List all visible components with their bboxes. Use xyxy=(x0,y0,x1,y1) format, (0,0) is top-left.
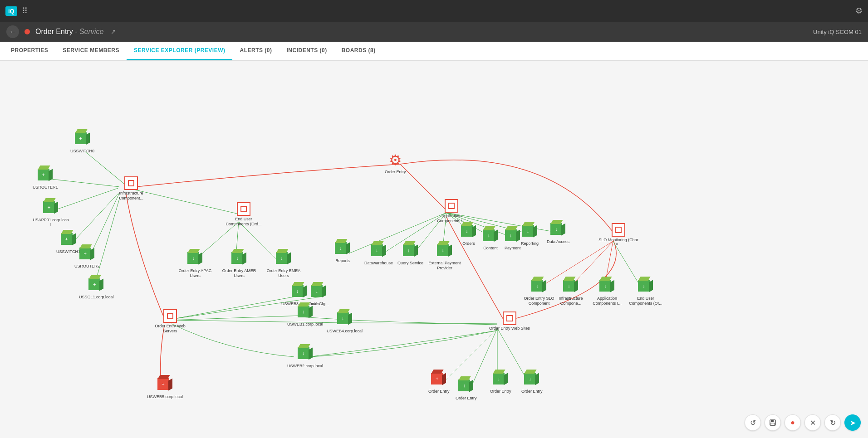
node-usweb4[interactable]: ↓ USWEB4.corp.local xyxy=(327,312,363,334)
tab-boards[interactable]: BOARDS (8) xyxy=(334,42,383,60)
node-order-entry-4[interactable]: ↓ Order Entry xyxy=(521,373,543,394)
tab-incidents[interactable]: INCIDENTS (0) xyxy=(279,42,334,60)
node-orders[interactable]: ↓ Orders xyxy=(461,225,476,246)
node-order-entry-web-servers[interactable]: Order Entry Web Servers xyxy=(150,309,191,334)
save-button[interactable] xyxy=(765,414,781,431)
node-usrouter1[interactable]: + USROUTER1 xyxy=(33,169,58,190)
node-usweb2[interactable]: ↓ USWEB2.corp.local xyxy=(287,347,323,369)
node-end-user-comp2[interactable]: ↓ End User Components (Or... xyxy=(628,280,664,306)
node-datawarehouse[interactable]: ↓ Datawarehouse xyxy=(364,244,393,266)
node-infra-comp[interactable]: Infrastructure Component... xyxy=(111,176,152,201)
node-emea-users[interactable]: ↓ Order Entry EMEA Users xyxy=(265,252,302,278)
title-text: Order Entry xyxy=(35,28,73,35)
node-apac-users[interactable]: ↓ Order Entry APAC Users xyxy=(177,252,213,278)
server-label: Unity iQ SCOM 01 xyxy=(813,29,862,35)
node-end-user-comp[interactable]: End User Components (Ord... xyxy=(223,202,264,227)
refresh-button[interactable]: ↺ xyxy=(745,414,761,431)
topbar-left: iQ ⠿ xyxy=(5,6,28,16)
node-reporting[interactable]: ↓ Reporting xyxy=(521,225,539,246)
header-bar: ← Order Entry - Service ↗ Unity iQ SCOM … xyxy=(0,22,868,42)
tab-properties[interactable]: PROPERTIES xyxy=(4,42,55,60)
node-slo-monitor[interactable]: SLO Monitoring (Char E... xyxy=(598,223,639,248)
node-app-comp2[interactable]: ↓ Application Components I... xyxy=(589,280,625,306)
svg-rect-1 xyxy=(771,420,774,422)
close-button[interactable]: ✕ xyxy=(804,414,821,431)
node-order-entry-1[interactable]: + Order Entry xyxy=(428,373,450,394)
record-button[interactable]: ● xyxy=(785,414,801,431)
top-bar: iQ ⠿ ⚙ xyxy=(0,0,868,22)
node-content[interactable]: ↓ Content xyxy=(483,229,498,251)
node-ussql1[interactable]: + USSQL1.corp.local xyxy=(79,278,114,300)
grid-icon[interactable]: ⠿ xyxy=(22,6,28,16)
node-slo-comp[interactable]: ↓ Order Entry SLO Component xyxy=(521,280,557,306)
tab-service-members[interactable]: SERVICE MEMBERS xyxy=(55,42,127,60)
node-usapp01[interactable]: + USAPP01.corp.local xyxy=(33,201,69,228)
node-order-entry-2[interactable]: ↓ Order Entry xyxy=(456,380,477,401)
page-title: Order Entry - Service xyxy=(35,28,103,36)
node-ext-payment[interactable]: ↓ External Payment Provider xyxy=(427,244,463,271)
subtitle-text: - Service xyxy=(75,28,103,35)
node-infra-comp2[interactable]: ↓ Infrastructure Compone... xyxy=(553,280,589,306)
node-data-access[interactable]: ↓ Data Access xyxy=(547,223,569,244)
node-order-entry-web-sites[interactable]: Order Entry Web Sites xyxy=(489,311,530,331)
back-button[interactable]: ← xyxy=(6,25,19,38)
node-reports[interactable]: ↓ Reports xyxy=(335,242,350,263)
bottom-toolbar: ↺ ● ✕ ↻ ➤ xyxy=(745,414,861,431)
tab-service-explorer[interactable]: SERVICE EXPLORER (PREVIEW) xyxy=(127,42,232,60)
node-amer-users[interactable]: ↓ Order Entry AMER Users xyxy=(221,252,257,278)
external-link-icon[interactable]: ↗ xyxy=(111,28,116,35)
node-query-service[interactable]: ↓ Query Service xyxy=(397,244,423,266)
node-app-comp[interactable]: Application Components I... xyxy=(431,199,472,224)
iq-logo[interactable]: iQ xyxy=(5,6,17,16)
send-button[interactable]: ➤ xyxy=(844,414,861,431)
node-payment[interactable]: ↓ Payment xyxy=(505,229,521,251)
node-usrouter2[interactable]: + USROUTER2 xyxy=(74,248,100,269)
node-usweb1[interactable]: ↓ USWEB1.corp.local xyxy=(287,306,323,327)
node-order-entry-3[interactable]: ↓ Order Entry xyxy=(490,373,511,394)
node-usswitch0[interactable]: + USSWITCH0 xyxy=(70,132,94,154)
node-ordercfg[interactable]: ↓ OrderCfg... xyxy=(309,285,329,307)
tab-alerts[interactable]: ALERTS (0) xyxy=(232,42,279,60)
node-order-entry-main[interactable]: ⚙ Order Entry xyxy=(385,151,406,175)
restore-button[interactable]: ↻ xyxy=(824,414,841,431)
service-explorer-canvas[interactable]: + USSWITCH0 + USROUTER1 Infrastructure C… xyxy=(0,61,868,438)
settings-icon[interactable]: ⚙ xyxy=(855,6,863,16)
node-usweb5[interactable]: + USWEB5.corp.local xyxy=(147,378,183,399)
nav-tabs: PROPERTIES SERVICE MEMBERS SERVICE EXPLO… xyxy=(0,42,868,61)
status-dot xyxy=(25,29,30,34)
